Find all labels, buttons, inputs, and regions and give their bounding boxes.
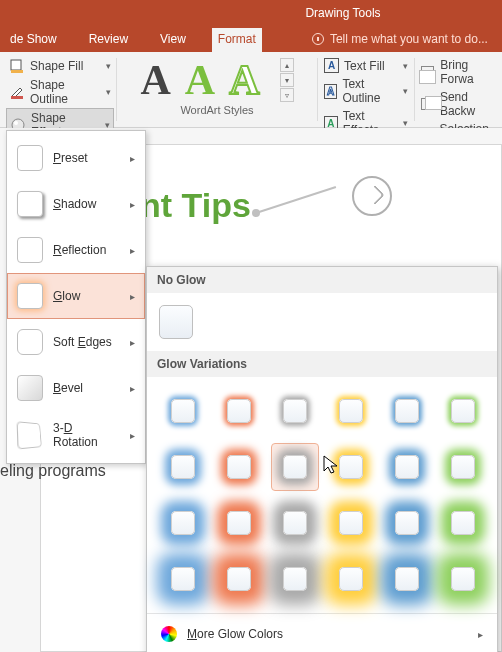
glow-options[interactable]: Glow Options... [153,648,491,652]
group-shape-styles: Shape Fill▾ Shape Outline▾ Shape Effects… [0,52,116,127]
glow-variation-r3-c5[interactable] [383,499,431,547]
chevron-right-icon: ▸ [130,291,135,302]
text-fill-label: Text Fill [344,59,385,73]
glow-variation-r4-c4[interactable] [327,555,375,603]
bring-forward-label: Bring Forwa [440,58,496,86]
chevron-right-icon: ▸ [130,153,135,164]
more-glow-colors[interactable]: More Glow Colors ▸ [153,620,491,648]
shape-outline-label: Shape Outline [30,78,101,106]
chevron-right-icon: ▸ [130,199,135,210]
glow-variation-r2-c5[interactable] [383,443,431,491]
effects-3d-rotation[interactable]: 3-D Rotation▸ [7,411,145,459]
paint-bucket-icon [9,58,25,74]
glow-variation-r2-c2[interactable] [215,443,263,491]
ribbon: Shape Fill▾ Shape Outline▾ Shape Effects… [0,52,502,128]
glow-variation-r1-c1[interactable] [159,387,207,435]
group-arrange: Bring Forwa Send Backw Selection Pa [415,52,502,127]
glow-variation-r2-c1[interactable] [159,443,207,491]
glow-submenu: No Glow Glow Variations More Glow Colors… [146,266,498,652]
glow-header-no-glow: No Glow [147,267,497,293]
effects-preset[interactable]: Preset▸ [7,135,145,181]
glow-variation-r4-c2[interactable] [215,555,263,603]
glow-variation-r1-c2[interactable] [215,387,263,435]
context-tab-label: Drawing Tools [305,6,380,20]
effects-reflection[interactable]: Reflection▸ [7,227,145,273]
pen-icon [9,84,25,100]
effects-shadow-label: hadow [61,197,96,211]
more-glow-colors-label: ore Glow Colors [197,627,283,641]
effects-glow-label: low [62,289,80,303]
glow-variation-r4-c3[interactable] [271,555,319,603]
bring-forward-icon [421,66,434,78]
send-backward-button[interactable]: Send Backw [421,88,496,120]
slide-title-text: nt Tips [140,186,251,225]
glow-variation-r4-c5[interactable] [383,555,431,603]
glow-variation-r3-c1[interactable] [159,499,207,547]
glow-variation-r2-c3[interactable] [271,443,319,491]
glow-variation-r2-c6[interactable] [439,443,487,491]
tab-format[interactable]: Format [212,28,262,52]
svg-rect-0 [11,60,21,70]
connector-endpoint [252,209,260,217]
glow-variation-r3-c6[interactable] [439,499,487,547]
effects-glow[interactable]: Glow▸ [7,273,145,319]
send-backward-label: Send Backw [440,90,496,118]
ribbon-tabs: de Show Review View Format Tell me what … [0,26,502,52]
bring-forward-button[interactable]: Bring Forwa [421,56,496,88]
shape-outline-button[interactable]: Shape Outline▾ [6,76,114,108]
glow-variation-r1-c5[interactable] [383,387,431,435]
tab-slide-show[interactable]: de Show [4,28,63,52]
glow-variation-r2-c4[interactable] [327,443,375,491]
text-outline-button[interactable]: AText Outline▾ [324,75,408,107]
glow-variations-grid [147,377,497,613]
text-outline-label: Text Outline [342,77,398,105]
effects-softedges-label: dges [86,335,112,349]
group-wordart-styles: A A A ▴▾▿ WordArt Styles [117,52,317,127]
text-fill-icon: A [324,58,339,73]
wordart-group-label: WordArt Styles [180,104,253,116]
tab-view[interactable]: View [154,28,192,52]
glow-variation-r3-c2[interactable] [215,499,263,547]
effects-reflection-label: eflection [62,243,107,257]
effects-bevel-label: evel [61,381,83,395]
glow-variation-r1-c6[interactable] [439,387,487,435]
effects-bevel[interactable]: Bevel▸ [7,365,145,411]
tell-me-search[interactable]: Tell me what you want to do... [312,32,488,52]
effects-soft-edges[interactable]: Soft Edges▸ [7,319,145,365]
chevron-right-icon: ▸ [478,629,483,640]
lightbulb-icon [312,33,324,45]
effects-rotation-label: Rotation [53,435,98,449]
tell-me-placeholder: Tell me what you want to do... [330,32,488,46]
effects-shadow[interactable]: Shadow▸ [7,181,145,227]
chevron-right-icon: ▸ [130,245,135,256]
wordart-preset-1[interactable]: A [140,59,170,101]
shape-fill-label: Shape Fill [30,59,83,73]
send-backward-icon [421,98,434,110]
glow-variation-r4-c1[interactable] [159,555,207,603]
glow-variation-r3-c4[interactable] [327,499,375,547]
wordart-scroll[interactable]: ▴▾▿ [280,58,294,102]
glow-variation-r1-c4[interactable] [327,387,375,435]
svg-rect-2 [11,96,23,99]
wordart-gallery[interactable]: A A A ▴▾▿ [140,56,293,102]
text-outline-icon: A [324,84,337,99]
glow-variation-r1-c3[interactable] [271,387,319,435]
tab-review[interactable]: Review [83,28,134,52]
slide-body-text: eling programs [0,462,106,480]
shape-fill-button[interactable]: Shape Fill▾ [6,56,114,76]
wordart-preset-2[interactable]: A [185,59,215,101]
chevron-right-icon: ▸ [130,337,135,348]
chevron-right-icon: ▸ [130,430,135,441]
glow-header-variations: Glow Variations [147,351,497,377]
chevron-right-icon: ▸ [130,383,135,394]
glow-variation-r3-c3[interactable] [271,499,319,547]
group-wordart-text: AText Fill▾ AText Outline▾ AText Effects… [318,52,414,127]
text-fill-button[interactable]: AText Fill▾ [324,56,408,75]
svg-point-4 [14,121,18,125]
shape-effects-menu: Preset▸ Shadow▸ Reflection▸ Glow▸ Soft E… [6,130,146,464]
glow-none[interactable] [159,305,193,339]
wordart-preset-3[interactable]: A [229,59,259,101]
effects-preset-label: reset [61,151,88,165]
glow-variation-r4-c6[interactable] [439,555,487,603]
svg-rect-1 [11,70,23,73]
